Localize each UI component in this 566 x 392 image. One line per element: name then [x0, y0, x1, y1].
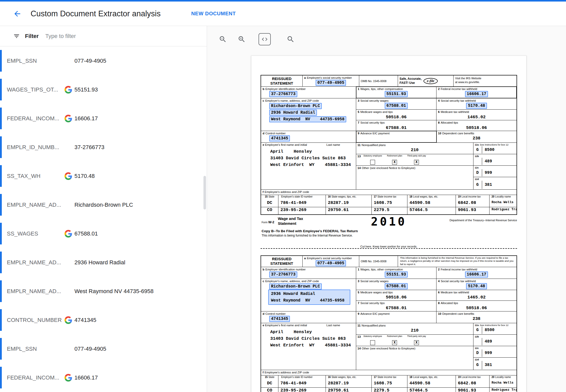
w2-box-b: bEmployer identification number 37-27667…	[261, 87, 356, 98]
entity-row[interactable]: SS_TAX_WH 5170.48	[0, 162, 207, 190]
doc-highlight-employer-name[interactable]: Richardson-Brown PLC	[269, 283, 322, 290]
w2-box3: 3Social security wages 67588.01	[356, 98, 436, 109]
code-view-button[interactable]	[259, 33, 271, 45]
filter-input[interactable]	[45, 33, 207, 40]
w2-reissued: REISSUED STATEMENT	[261, 75, 303, 86]
w2-box5: 5Medicare wages and tips 50518.06	[356, 110, 436, 120]
w2-box12d: 12d G381	[473, 358, 517, 370]
entity-row[interactable]: EMPLR_NAME_AD... Richardson-Brown PLC	[0, 190, 207, 219]
w2-state-table: 15State Employer's state ID number 16Sta…	[261, 195, 517, 214]
entity-value: 55151.93	[74, 86, 98, 93]
w2-box2: 2Federal income tax withheld 16606.17	[436, 267, 517, 279]
entity-label: WAGES_TIPS_OT...	[7, 86, 58, 93]
entity-accent-bar	[0, 252, 2, 273]
w2-box8: 8Allocated tips 50518.06	[436, 301, 517, 311]
w2-box-b: bEmployer identification number 37-27667…	[261, 267, 356, 279]
entity-label: EMPLR_NAME_AD...	[7, 288, 61, 295]
doc-highlight-ein[interactable]: 37-2766773	[269, 271, 297, 278]
back-arrow-icon	[13, 9, 22, 18]
third-party-sick-pay-checkbox[interactable]: X	[414, 340, 419, 345]
entity-value: 2936 Howard Radial	[74, 259, 125, 266]
w2-box12c: 12c D999	[473, 166, 517, 177]
zoom-out-button[interactable]	[218, 35, 227, 44]
w2-box7: 7Social security tips 67588.01	[356, 301, 436, 311]
box-a-label: Employee's social security number	[307, 257, 352, 260]
entity-row[interactable]: EMPLR_ID_NUMB... 37-2766773	[0, 133, 207, 162]
entity-accent-bar	[0, 50, 2, 72]
entity-label: SS_WAGES	[7, 230, 38, 237]
doc-highlight-employer-street[interactable]: 2936 Howard Radial	[269, 110, 317, 116]
doc-highlight-ss-tax[interactable]: 5170.48	[466, 103, 487, 109]
doc-highlight-employer-street[interactable]: 2936 Howard Radial	[269, 291, 317, 297]
w2-box3: 3Social security wages 67588.01	[356, 279, 436, 290]
google-logo-icon	[65, 172, 72, 180]
doc-highlight-federal-tax[interactable]: 16606.17	[465, 91, 488, 97]
employee-city: West Erinfort WY 45881-3334	[270, 343, 354, 348]
doc-highlight-ssn[interactable]: 077-49-4905	[316, 260, 346, 266]
entity-value-group: 4741345	[65, 316, 96, 324]
w2-copy-b-slot: REISSUED STATEMENT aEmployee's social se…	[261, 75, 517, 237]
entity-row[interactable]: EMPL_SSN 077-49-4905	[0, 334, 207, 363]
entity-value: 16606.17	[74, 374, 98, 381]
search-button[interactable]	[286, 35, 295, 44]
entity-label: EMPL_SSN	[7, 346, 37, 352]
entity-row[interactable]: EMPLR_NAME_AD... 2936 Howard Radial	[0, 248, 207, 277]
doc-highlight-ss-tax[interactable]: 5170.48	[466, 283, 487, 289]
w2-box-f: fEmployee's address and ZIP code	[261, 190, 517, 195]
entity-accent-bar	[0, 136, 2, 158]
google-logo-icon	[65, 230, 72, 238]
doc-highlight-control-number[interactable]: 4741345	[269, 316, 290, 322]
entity-value-group: 077-49-4905	[65, 345, 106, 353]
copy-b-lines: Copy B--To Be Filed with Employee's FEDE…	[262, 229, 517, 237]
entity-row[interactable]: CONTROL_NUMBER 4741345	[0, 306, 207, 334]
retirement-plan-checkbox[interactable]: X	[392, 160, 397, 165]
entity-value: 67588.01	[74, 230, 98, 237]
third-party-sick-pay-checkbox[interactable]: X	[414, 160, 419, 165]
entity-row[interactable]: EMPL_SSN 077-49-4905	[0, 46, 207, 75]
w2-visit-irs: Visit the IRS Website at www.irs.gov/efi…	[454, 75, 517, 86]
entity-row[interactable]: WAGES_TIPS_OT... 55151.93	[0, 75, 207, 104]
entity-row[interactable]: EMPLR_NAME_AD... West Raymond NV 44735-6…	[0, 277, 207, 306]
entity-label: EMPLR_ID_NUMB...	[7, 144, 59, 151]
retirement-plan-checkbox[interactable]: X	[392, 340, 397, 345]
w2-box-c: cEmployer's name, address, and ZIP code …	[261, 98, 356, 131]
entity-row[interactable]: FEDERAL_INCOM... 16606.17	[0, 104, 207, 133]
doc-highlight-employer-name[interactable]: Richardson-Brown PLC	[269, 103, 322, 109]
doc-highlight-ein[interactable]: 37-2766773	[269, 91, 297, 97]
w2-irs-notice: This information is being furnished to t…	[398, 256, 517, 267]
w2-box8: 8Allocated tips 50518.06	[436, 120, 517, 131]
doc-highlight-ss-wages[interactable]: 67588.01	[385, 283, 408, 289]
w2-state-table: 15State Employer's state ID number 16Sta…	[261, 375, 517, 392]
entity-row[interactable]: FEDERAL_INCOM... 16606.17	[0, 363, 207, 392]
back-button[interactable]	[11, 8, 23, 20]
employee-name: April Hensley	[270, 149, 354, 154]
w2-safe-accurate: Safe, Accurate,FAST! Use e-file	[398, 75, 454, 86]
statutory-employee-checkbox[interactable]	[370, 160, 375, 165]
state-row: CO 239-95-269 29750.61 2279.5 57464.5 90…	[261, 207, 517, 214]
w2-box6: 6Medicare tax withheld 1465.02	[436, 290, 517, 300]
scrollbar-thumb[interactable]	[203, 176, 206, 210]
doc-highlight-control-number[interactable]: 4741345	[269, 135, 290, 141]
app-header: Custom Document Extractor analysis NEW D…	[0, 2, 566, 26]
entity-accent-bar	[0, 367, 2, 388]
doc-highlight-ssn[interactable]: 077-49-4905	[316, 80, 346, 86]
doc-highlight-federal-tax[interactable]: 16606.17	[465, 271, 488, 278]
entity-value-group: 2936 Howard Radial	[65, 259, 125, 266]
new-document-button[interactable]: NEW DOCUMENT	[191, 11, 236, 17]
doc-highlight-wages[interactable]: 55151.93	[385, 271, 408, 278]
doc-highlight-ss-wages[interactable]: 67588.01	[385, 103, 408, 109]
entity-label: EMPLR_NAME_AD...	[7, 259, 61, 266]
doc-highlight-employer-city[interactable]: West Raymond NV 44735-6958	[269, 297, 346, 304]
cut-line-text: Cut here. Keep lower portion for your re…	[261, 245, 517, 248]
entity-accent-bar	[0, 280, 2, 302]
document-page: REISSUED STATEMENT aEmployee's social se…	[251, 56, 526, 392]
state-row: CO 239-95-269 29750.61 2279.5 57464.5 90…	[261, 388, 517, 392]
w2-box9: 9Advance EIC payment	[356, 131, 436, 142]
entity-row[interactable]: SS_WAGES 67588.01	[0, 219, 207, 248]
w2-box11: 11Nonqualified plans 210	[356, 323, 473, 335]
statutory-employee-checkbox[interactable]	[370, 340, 375, 345]
doc-highlight-wages[interactable]: 55151.93	[385, 91, 408, 97]
zoom-in-button[interactable]	[237, 35, 246, 44]
w2-box2: 2Federal income tax withheld 16606.17	[436, 87, 517, 98]
doc-highlight-employer-city[interactable]: West Raymond NV 44735-6958	[269, 116, 346, 122]
